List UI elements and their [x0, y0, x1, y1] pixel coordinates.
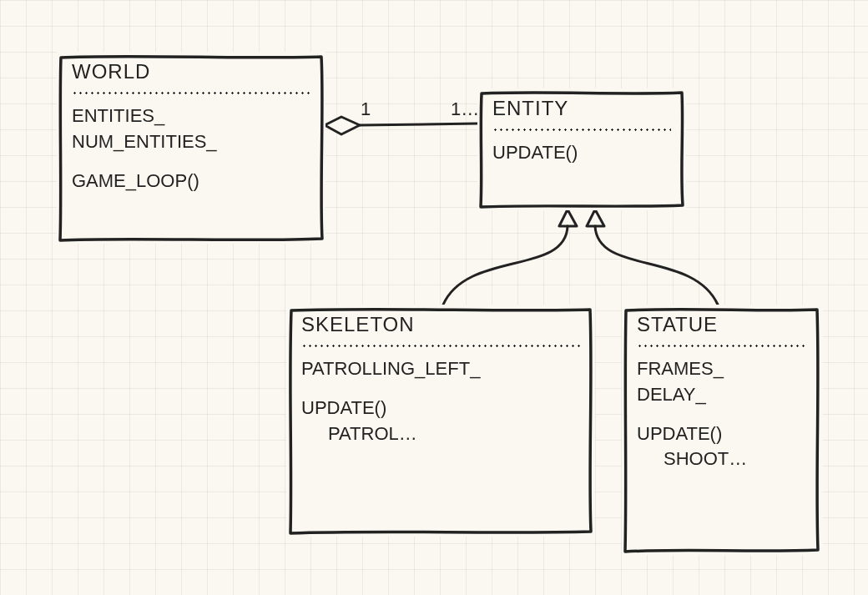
class-field: delay_ — [637, 382, 807, 408]
class-title: Entity — [492, 97, 671, 120]
class-method: game_loop() — [72, 169, 310, 194]
inheritance-line-statue — [595, 226, 718, 305]
class-method: update() — [637, 421, 807, 447]
class-field: num_entities_ — [72, 129, 310, 155]
divider-dots — [492, 124, 671, 135]
divider-dots — [637, 340, 807, 351]
class-field: entities_ — [72, 103, 310, 129]
multiplicity-entity: 1… — [451, 98, 479, 120]
divider-dots — [72, 87, 310, 98]
generalization-arrow-icon — [559, 209, 577, 226]
class-box-world: World entities_ num_entities_ game_loop(… — [57, 52, 326, 244]
class-field: frames_ — [637, 356, 807, 382]
multiplicity-world: 1 — [361, 98, 371, 120]
divider-dots — [301, 340, 580, 351]
class-field: patrolling_left_ — [301, 356, 580, 382]
class-title: World — [72, 60, 310, 83]
class-title: Skeleton — [301, 313, 580, 336]
class-method-detail: shoot… — [637, 446, 807, 472]
class-box-entity: Entity update() — [477, 88, 686, 210]
generalization-arrow-icon — [587, 209, 604, 226]
association-line — [360, 124, 477, 125]
uml-diagram: 1 1… World entities_ num_entities_ game_… — [0, 0, 868, 595]
class-method: update() — [301, 396, 580, 421]
aggregation-diamond-icon — [325, 117, 360, 134]
inheritance-line-skeleton — [443, 226, 568, 305]
class-title: Statue — [637, 313, 807, 336]
class-method-detail: patrol… — [301, 421, 580, 447]
class-box-statue: Statue frames_ delay_ update() shoot… — [622, 305, 822, 555]
class-method: update() — [492, 140, 671, 166]
class-box-skeleton: Skeleton patrolling_left_ update() patro… — [286, 305, 595, 537]
